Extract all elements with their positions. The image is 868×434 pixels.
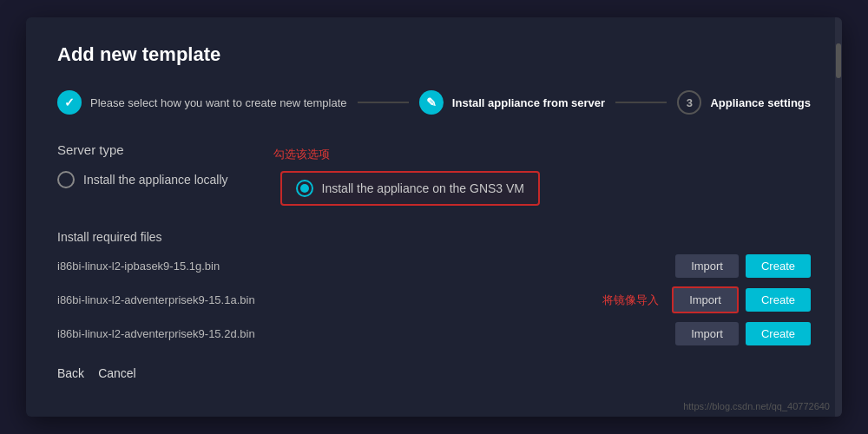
dialog-title: Add new template xyxy=(57,43,811,66)
server-type-label: Server type xyxy=(57,142,811,157)
step-1-label: Please select how you want to create new… xyxy=(90,96,347,109)
step-2-circle xyxy=(419,90,444,115)
radio-local[interactable]: Install the appliance locally xyxy=(57,171,228,188)
radio-group-server-type: Install the appliance locally 勾选该选项 Inst… xyxy=(57,171,811,206)
file-name-1: i86bi-linux-l2-ipbasek9-15.1g.bin xyxy=(57,260,675,273)
table-row: i86bi-linux-l2-ipbasek9-15.1g.bin Import… xyxy=(57,254,811,278)
step-1-check-icon xyxy=(64,95,75,109)
add-template-dialog: Add new template Please select how you w… xyxy=(26,17,842,417)
step-2-edit-icon xyxy=(426,95,437,109)
files-section: Install required files i86bi-linux-l2-ip… xyxy=(57,230,811,345)
radio-gns3vm-outer xyxy=(296,180,313,197)
import-button-1[interactable]: Import xyxy=(675,254,739,278)
cancel-button[interactable]: Cancel xyxy=(98,366,136,380)
step-connector-1 xyxy=(358,102,409,103)
file-name-2: i86bi-linux-l2-adventerprisek9-15.1a.bin xyxy=(57,293,672,306)
scrollbar-thumb xyxy=(836,43,841,78)
create-button-1[interactable]: Create xyxy=(746,254,811,278)
watermark: https://blog.csdn.net/qq_40772640 xyxy=(683,401,830,411)
gns3-vm-wrapper: 勾选该选项 Install the appliance on the GNS3 … xyxy=(280,171,540,206)
radio-gns3vm[interactable]: Install the appliance on the GNS3 VM xyxy=(280,171,540,206)
scrollbar[interactable] xyxy=(835,17,842,417)
step-1-circle xyxy=(57,90,82,115)
create-button-3[interactable]: Create xyxy=(746,322,811,345)
step-3-number: 3 xyxy=(687,96,693,109)
radio-gns3vm-label: Install the appliance on the GNS3 VM xyxy=(322,181,524,195)
radio-local-outer xyxy=(57,171,75,188)
step-connector-2 xyxy=(615,102,667,103)
steps-bar: Please select how you want to create new… xyxy=(57,90,811,115)
step-3-label: Appliance settings xyxy=(710,96,811,109)
radio-gns3vm-inner xyxy=(300,184,309,193)
step-3-circle: 3 xyxy=(677,90,701,115)
create-button-2[interactable]: Create xyxy=(746,288,811,312)
import-button-2[interactable]: Import xyxy=(672,286,739,313)
import-button-3[interactable]: Import xyxy=(675,322,739,345)
step-2-label: Install appliance from server xyxy=(452,96,605,109)
dialog-footer: Back Cancel xyxy=(57,366,811,380)
file-name-3: i86bi-linux-l2-adventerprisek9-15.2d.bin xyxy=(57,327,675,340)
file-2-annotation: 将镜像导入 xyxy=(602,293,659,308)
step-3: 3 Appliance settings xyxy=(677,90,811,115)
step-1: Please select how you want to create new… xyxy=(57,90,347,115)
step-2: Install appliance from server xyxy=(419,90,605,115)
radio-local-label: Install the appliance locally xyxy=(83,173,228,187)
files-title: Install required files xyxy=(57,230,811,244)
table-row: i86bi-linux-l2-adventerprisek9-15.1a.bin… xyxy=(57,286,811,313)
table-row: i86bi-linux-l2-adventerprisek9-15.2d.bin… xyxy=(57,322,811,345)
back-button[interactable]: Back xyxy=(57,366,84,380)
